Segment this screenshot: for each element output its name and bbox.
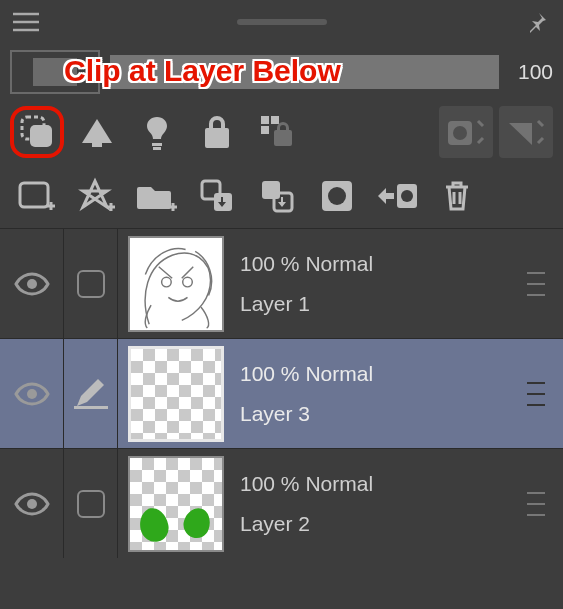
pin-icon (525, 10, 549, 34)
opacity-slider[interactable] (110, 50, 499, 94)
opacity-value: 100 (509, 60, 553, 84)
checkbox-icon (77, 490, 105, 518)
layer-row[interactable]: 100 % Normal Layer 1 (0, 228, 563, 338)
new-folder-button[interactable] (130, 170, 184, 222)
opacity-track (110, 55, 499, 89)
sketch-thumbnail-icon (130, 238, 222, 330)
new-raster-layer-button[interactable] (10, 170, 64, 222)
menu-icon (13, 12, 39, 32)
enable-mask-icon (446, 115, 486, 149)
more-icon (524, 492, 548, 516)
svg-rect-10 (20, 183, 48, 207)
new-vector-layer-icon (77, 177, 117, 215)
new-vector-layer-button[interactable] (70, 170, 124, 222)
more-icon (524, 272, 548, 296)
blending-mode-button[interactable] (10, 50, 100, 94)
layer-row[interactable]: 100 % Normal Layer 3 (0, 338, 563, 448)
svg-point-25 (27, 279, 37, 289)
drag-handle[interactable] (237, 19, 327, 25)
set-as-draft-layer-icon (140, 113, 174, 151)
layer-blend-label: 100 % Normal (240, 362, 509, 386)
more-icon (524, 382, 548, 406)
svg-rect-29 (74, 406, 108, 409)
transfer-to-lower-layer-button[interactable] (190, 170, 244, 222)
eye-icon (14, 492, 50, 516)
svg-point-9 (453, 126, 467, 140)
clip-at-layer-below-icon (18, 113, 56, 151)
visibility-toggle[interactable] (0, 449, 64, 558)
svg-point-24 (401, 190, 413, 202)
layer-name-label: Layer 1 (240, 292, 509, 316)
opacity-fill (110, 55, 499, 89)
lock-transparent-pixels-button[interactable] (250, 106, 304, 158)
clip-at-layer-below-button[interactable] (10, 106, 64, 158)
svg-rect-7 (261, 126, 269, 134)
svg-point-27 (183, 277, 193, 287)
edit-target-toggle[interactable] (64, 449, 118, 558)
set-as-reference-layer-button[interactable] (70, 106, 124, 158)
set-as-draft-layer-button[interactable] (130, 106, 184, 158)
pin-button[interactable] (521, 6, 553, 38)
svg-point-26 (162, 277, 172, 287)
apply-mask-to-layer-icon (375, 179, 419, 213)
visibility-toggle[interactable] (0, 229, 64, 338)
new-raster-layer-icon (17, 178, 57, 214)
set-as-reference-layer-icon (78, 113, 116, 151)
layer-options-button[interactable] (509, 449, 563, 558)
create-layer-mask-button[interactable] (310, 170, 364, 222)
layer-list: 100 % Normal Layer 1 100 % Normal Layer … (0, 228, 563, 558)
create-layer-mask-icon (319, 178, 355, 214)
layer-row[interactable]: 100 % Normal Layer 2 (0, 448, 563, 558)
svg-rect-6 (271, 116, 279, 124)
layer-options-button[interactable] (509, 339, 563, 448)
pencil-icon (74, 379, 108, 409)
apply-mask-to-layer-button[interactable] (370, 170, 424, 222)
merge-with-lower-layer-button[interactable] (250, 170, 304, 222)
apply-mask-button[interactable] (499, 106, 553, 158)
layer-blend-label: 100 % Normal (240, 252, 509, 276)
paint-blob-icon (180, 504, 214, 541)
svg-rect-5 (261, 116, 269, 124)
svg-point-28 (27, 389, 37, 399)
visibility-toggle[interactable] (0, 339, 64, 448)
layer-blend-label: 100 % Normal (240, 472, 509, 496)
new-folder-icon (136, 179, 178, 213)
svg-rect-19 (262, 181, 280, 199)
apply-mask-icon (506, 115, 546, 149)
svg-rect-4 (30, 125, 52, 147)
menu-button[interactable] (10, 6, 42, 38)
lock-layer-button[interactable] (190, 106, 244, 158)
edit-target-toggle[interactable] (64, 229, 118, 338)
checkbox-icon (77, 270, 105, 298)
layer-name-label: Layer 3 (240, 402, 509, 426)
layer-name-label: Layer 2 (240, 512, 509, 536)
delete-layer-icon (441, 178, 473, 214)
layer-thumbnail[interactable] (128, 456, 224, 552)
eye-icon (14, 272, 50, 296)
layer-thumbnail[interactable] (128, 346, 224, 442)
svg-point-22 (328, 187, 346, 205)
lock-transparent-pixels-icon (259, 114, 295, 150)
merge-with-lower-layer-icon (258, 177, 296, 215)
eye-icon (14, 382, 50, 406)
delete-layer-button[interactable] (430, 170, 484, 222)
edit-target-toggle[interactable] (64, 339, 118, 448)
paint-blob-icon (137, 505, 171, 544)
enable-mask-button[interactable] (439, 106, 493, 158)
transfer-to-lower-layer-icon (198, 177, 236, 215)
layer-thumbnail[interactable] (128, 236, 224, 332)
lock-icon (201, 114, 233, 150)
blending-mode-icon (33, 58, 77, 86)
layer-options-button[interactable] (509, 229, 563, 338)
svg-point-30 (27, 499, 37, 509)
